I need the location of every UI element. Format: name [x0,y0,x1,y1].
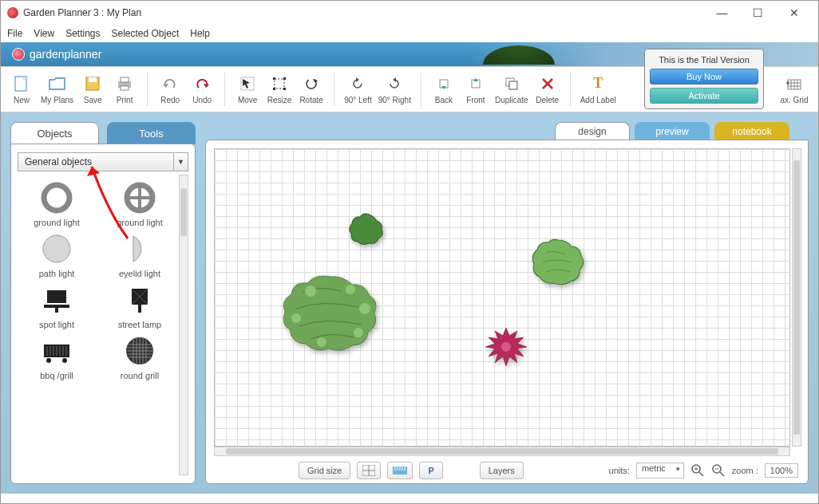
tab-preview[interactable]: preview [635,122,710,140]
svg-rect-4 [121,77,129,82]
svg-point-30 [305,285,316,297]
plant-round-green[interactable] [530,237,586,291]
trial-version-box: This is the Trial Version Buy Now Activa… [644,49,764,109]
svg-point-33 [354,328,363,337]
menu-view[interactable]: View [34,28,54,39]
delete-icon [541,75,554,93]
duplicate-button[interactable]: Duplicate [492,72,532,108]
workarea: Objects Tools General objects ▼ ground l… [1,112,818,494]
canvas-vscroll[interactable] [792,148,801,447]
obj-eyelid-light[interactable]: eyelid light [101,230,179,278]
svg-point-36 [501,342,511,352]
redo-button[interactable]: Redo [154,72,186,108]
obj-path-light[interactable]: path light [18,230,96,278]
canvas[interactable] [214,148,790,447]
menu-selected-object[interactable]: Selected Object [112,28,180,39]
svg-rect-23 [55,308,58,313]
svg-rect-16 [509,81,517,89]
svg-point-32 [359,303,370,314]
tab-notebook[interactable]: notebook [714,122,789,140]
redo-icon [162,75,178,93]
ruler-button[interactable] [387,462,413,479]
menu-help[interactable]: Help [190,28,210,39]
tab-tools[interactable]: Tools [107,122,196,144]
grid-small-icon [362,465,375,476]
svg-rect-10 [273,88,275,90]
units-label: units: [609,466,630,475]
max-grid-button[interactable]: ax. Grid [775,72,813,108]
ruler-icon [393,467,407,474]
svg-point-28 [62,358,67,363]
category-select[interactable]: General objects ▼ [18,152,188,171]
obj-round-grill[interactable]: round grill [101,333,179,380]
move-icon [240,75,255,93]
obj-street-lamp[interactable]: street lamp [101,282,179,329]
activate-button[interactable]: Activate [650,88,758,104]
print-icon [117,75,133,93]
canvas-bottombar: Grid size P Layers units: metric zoom : … [206,458,808,483]
object-palette: General objects ▼ ground light ground li… [10,144,196,484]
close-button[interactable]: ✕ [776,2,812,24]
grid-toggle-button[interactable] [357,462,381,479]
my-plans-button[interactable]: My Plans [38,72,77,108]
resize-icon [272,75,287,93]
save-icon [85,75,100,93]
add-label-button[interactable]: TAdd Label [577,72,619,108]
tab-design[interactable]: design [555,122,630,140]
obj-ground-light-2[interactable]: ground light [101,179,179,227]
svg-rect-8 [273,77,275,80]
svg-point-31 [346,285,355,294]
object-grid: ground light ground light path light eye… [18,175,179,475]
send-back-button[interactable]: Back [428,72,460,108]
rotate-right-button[interactable]: 90° Right [375,72,414,108]
bring-front-button[interactable]: Front [460,72,492,108]
back-icon [437,75,451,93]
text-icon: T [593,75,603,93]
zoom-value[interactable]: 100% [765,463,798,478]
tab-objects[interactable]: Objects [10,122,99,144]
menu-file[interactable]: File [7,28,22,39]
undo-button[interactable]: Undo [186,72,218,108]
svg-rect-5 [121,86,129,90]
save-button[interactable]: Save [77,72,109,108]
plant-magenta-flower[interactable] [482,325,530,372]
front-icon [469,75,483,93]
canvas-hscroll[interactable] [214,447,790,456]
units-select[interactable]: metric [636,463,684,478]
delete-button[interactable]: Delete [532,72,564,108]
zoom-in-icon[interactable] [690,463,705,478]
rotate-left-icon [350,75,365,93]
svg-point-20 [43,235,70,262]
zoom-label: zoom : [732,466,758,475]
move-button[interactable]: Move [231,72,263,108]
app-icon [7,7,18,18]
p-button[interactable]: P [419,462,442,479]
obj-ground-light-1[interactable]: ground light [18,179,96,227]
svg-rect-11 [283,88,286,90]
new-button[interactable]: New [6,72,38,108]
svg-rect-9 [283,77,286,80]
category-value: General objects [25,156,92,167]
menu-settings[interactable]: Settings [65,28,100,39]
zoom-out-icon[interactable] [711,463,726,478]
maximize-button[interactable]: ☐ [740,2,776,24]
obj-bbq-grill[interactable]: bbq /grill [18,333,96,380]
titlebar: Garden Planner 3 : My Plan — ☐ ✕ [1,1,818,25]
canvas-frame: Grid size P Layers units: metric zoom : … [205,140,809,484]
obj-spot-light[interactable]: spot light [18,282,96,329]
layers-button[interactable]: Layers [480,462,524,479]
rotate-left-button[interactable]: 90° Left [341,72,375,108]
plant-small-green[interactable] [346,211,386,251]
brand-text: gardenplanner [30,48,101,61]
resize-button[interactable]: Resize [263,72,295,108]
plant-large-leafy[interactable] [279,269,382,360]
svg-rect-25 [138,305,141,313]
grid-size-button[interactable]: Grid size [299,462,350,479]
minimize-button[interactable]: — [704,2,740,24]
print-button[interactable]: Print [109,72,140,108]
svg-rect-2 [89,77,97,82]
rotate-button[interactable]: Rotate [295,72,327,108]
buy-now-button[interactable]: Buy Now [650,69,758,85]
svg-rect-21 [47,290,66,303]
palette-scrollbar[interactable] [179,175,188,475]
